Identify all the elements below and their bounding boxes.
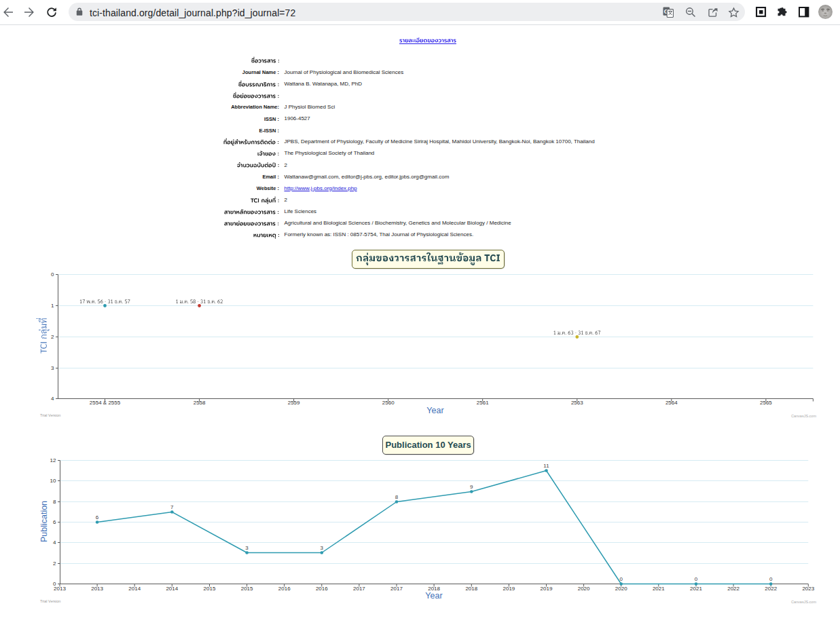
svg-text:2021: 2021 xyxy=(653,586,665,592)
svg-text:2017: 2017 xyxy=(353,586,365,592)
svg-text:6: 6 xyxy=(53,519,56,525)
svg-text:8: 8 xyxy=(53,499,56,505)
svg-text:8: 8 xyxy=(395,494,399,500)
svg-text:2015: 2015 xyxy=(204,586,216,592)
svg-text:9: 9 xyxy=(470,484,473,490)
svg-text:2019: 2019 xyxy=(503,586,515,592)
svg-text:2013: 2013 xyxy=(91,586,103,592)
svg-text:0: 0 xyxy=(695,576,698,582)
svg-text:4: 4 xyxy=(53,539,56,546)
svg-text:3: 3 xyxy=(321,545,324,551)
svg-text:Year: Year xyxy=(425,591,442,601)
svg-text:2014: 2014 xyxy=(166,586,178,592)
svg-text:2020: 2020 xyxy=(578,586,590,592)
svg-text:2: 2 xyxy=(53,560,56,567)
svg-text:2019: 2019 xyxy=(541,586,553,592)
svg-text:2016: 2016 xyxy=(316,586,328,592)
svg-text:2023: 2023 xyxy=(802,586,814,592)
svg-text:6: 6 xyxy=(96,514,99,520)
svg-text:2017: 2017 xyxy=(390,586,403,592)
svg-text:2022: 2022 xyxy=(727,586,739,592)
svg-text:2021: 2021 xyxy=(690,586,702,592)
svg-text:2018: 2018 xyxy=(465,586,477,592)
svg-text:3: 3 xyxy=(245,545,249,551)
svg-text:2022: 2022 xyxy=(765,586,777,592)
svg-text:Trial Version: Trial Version xyxy=(40,599,60,603)
svg-text:2016: 2016 xyxy=(278,586,291,592)
svg-text:2020: 2020 xyxy=(615,586,627,592)
svg-text:0: 0 xyxy=(769,576,773,582)
svg-text:2015: 2015 xyxy=(241,586,253,592)
svg-text:0: 0 xyxy=(619,576,623,582)
svg-text:CanvasJS.com: CanvasJS.com xyxy=(791,600,816,604)
svg-text:Publication: Publication xyxy=(39,501,49,542)
svg-text:2013: 2013 xyxy=(54,586,66,592)
svg-text:12: 12 xyxy=(50,457,56,463)
svg-text:2014: 2014 xyxy=(128,586,141,592)
svg-text:7: 7 xyxy=(170,504,174,510)
svg-text:11: 11 xyxy=(543,463,549,469)
svg-text:10: 10 xyxy=(50,478,56,484)
